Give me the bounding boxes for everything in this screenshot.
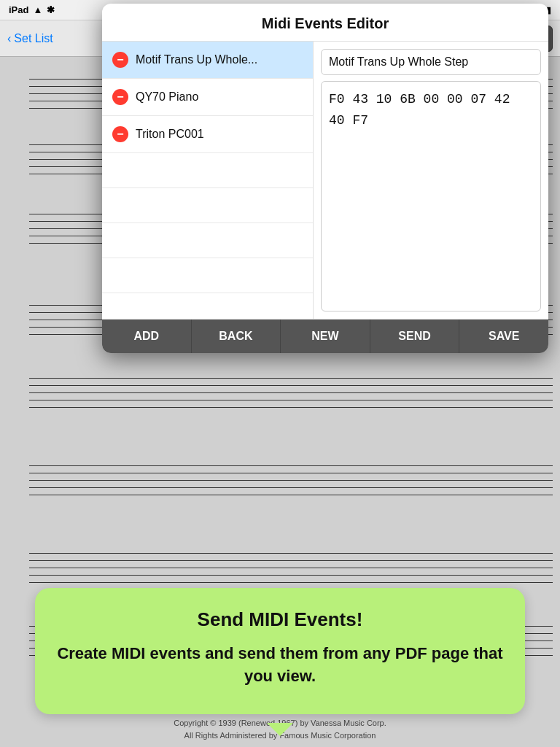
event-1-name: Motif Trans Up Whole... <box>136 53 257 66</box>
status-left: iPad ▲ ✱ <box>9 4 55 15</box>
remove-event-3-button[interactable]: − <box>112 126 128 142</box>
event-2-name: QY70 Piano <box>136 90 198 104</box>
event-item-empty-2 <box>102 188 313 223</box>
back-button-modal[interactable]: BACK <box>192 320 281 353</box>
tooltip-body: Create MIDI events and send them from an… <box>57 643 503 688</box>
event-item-empty-3 <box>102 223 313 258</box>
send-button[interactable]: SEND <box>370 320 460 353</box>
ipad-label: iPad <box>9 4 28 15</box>
modal-header: Midi Events Editor <box>102 4 548 42</box>
event-item-empty-4 <box>102 258 313 293</box>
staff-6 <box>29 465 553 502</box>
tooltip-title: Send MIDI Events! <box>57 608 503 631</box>
remove-event-1-button[interactable]: − <box>112 52 128 68</box>
modal-footer: ADD BACK NEW SEND SAVE <box>102 319 548 353</box>
back-chevron-icon: ‹ <box>7 32 11 45</box>
add-button[interactable]: ADD <box>102 320 192 353</box>
event-item-3[interactable]: − Triton PC001 <box>102 116 313 153</box>
save-button[interactable]: SAVE <box>459 320 548 353</box>
event-editor-panel: F0 43 10 6B 00 00 07 42 40 F7 <box>314 42 548 319</box>
event-3-name: Triton PC001 <box>136 128 204 141</box>
bluetooth-icon: ✱ <box>47 4 55 15</box>
event-item-empty-1 <box>102 153 313 188</box>
midi-events-modal: Midi Events Editor − Motif Trans Up Whol… <box>102 4 548 353</box>
event-list-panel: − Motif Trans Up Whole... − QY70 Piano −… <box>102 42 314 319</box>
back-label[interactable]: Set List <box>14 32 52 45</box>
event-title-input[interactable] <box>321 49 541 75</box>
remove-event-2-button[interactable]: − <box>112 89 128 105</box>
staff-7 <box>29 553 553 589</box>
modal-title: Midi Events Editor <box>117 15 534 32</box>
wifi-icon: ▲ <box>33 4 42 15</box>
event-item-1[interactable]: − Motif Trans Up Whole... <box>102 42 313 79</box>
back-button[interactable]: ‹ Set List <box>7 32 53 45</box>
event-data-textarea[interactable]: F0 43 10 6B 00 00 07 42 40 F7 <box>321 81 541 311</box>
tooltip-bubble: Send MIDI Events! Create MIDI events and… <box>35 588 525 714</box>
event-item-2[interactable]: − QY70 Piano <box>102 79 313 116</box>
new-button[interactable]: NEW <box>281 320 370 353</box>
staff-5 <box>29 378 553 414</box>
modal-body: − Motif Trans Up Whole... − QY70 Piano −… <box>102 42 548 319</box>
